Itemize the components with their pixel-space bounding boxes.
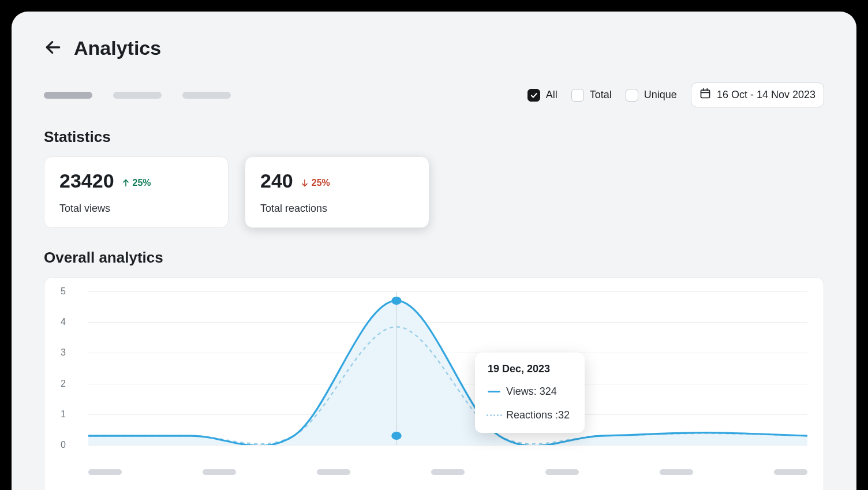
x-tick-skeleton	[774, 469, 807, 475]
stat-card-views[interactable]: 23420 25% Total views	[44, 156, 229, 228]
chart-svg	[88, 291, 807, 445]
checkbox-label: All	[546, 89, 558, 101]
page-header: Analytics	[44, 37, 824, 59]
tooltip-date: 19 Dec, 2023	[488, 363, 572, 375]
stat-delta-up: 25%	[121, 178, 151, 188]
date-range-picker[interactable]: 16 Oct - 14 Nov 2023	[691, 83, 824, 107]
checkbox-unique[interactable]: Unique	[626, 89, 677, 102]
stat-value: 23420	[59, 170, 114, 192]
checkbox-label: Total	[590, 89, 612, 101]
tab-skeleton[interactable]	[113, 92, 162, 99]
y-tick: 3	[61, 347, 66, 358]
stat-delta-down: 25%	[300, 178, 330, 188]
overall-title: Overall analytics	[44, 249, 824, 267]
tooltip-value: Views: 324	[506, 384, 557, 399]
tab-skeleton[interactable]	[182, 92, 231, 99]
x-tick-skeleton	[203, 469, 236, 475]
chart-tooltip: 19 Dec, 2023 Views: 324 Reactions :32	[475, 353, 585, 433]
page-frame: Analytics All Total	[12, 12, 856, 490]
tooltip-swatch-dotted-icon	[488, 414, 500, 416]
stat-label: Total reactions	[260, 203, 414, 215]
chart-plot[interactable]: 012345 19 Dec, 2023 Views: 324 Reactions…	[61, 291, 807, 465]
x-tick-skeleton	[88, 469, 122, 475]
page-title: Analytics	[74, 37, 161, 59]
y-tick: 1	[61, 409, 66, 420]
x-tick-skeleton	[431, 469, 465, 475]
chart-x-ticks	[88, 469, 807, 475]
tabs-skeleton	[44, 92, 231, 99]
x-tick-skeleton	[660, 469, 693, 475]
chart-y-ticks: 012345	[61, 291, 77, 445]
y-tick: 4	[61, 317, 66, 327]
svg-rect-1	[701, 90, 709, 98]
arrow-up-icon	[121, 178, 130, 188]
tooltip-swatch-solid-icon	[488, 391, 500, 392]
checkbox-box	[571, 89, 584, 102]
stat-value: 240	[260, 170, 293, 192]
date-range-label: 16 Oct - 14 Nov 2023	[717, 89, 815, 101]
filter-controls: All Total Unique 16 Oct - 14 Nov 2023	[527, 83, 824, 107]
overall-chart-card: 012345 19 Dec, 2023 Views: 324 Reactions…	[44, 277, 824, 490]
stat-label: Total views	[59, 203, 213, 215]
checkbox-box	[626, 89, 638, 102]
stat-delta-value: 25%	[312, 178, 330, 188]
stat-card-reactions[interactable]: 240 25% Total reactions	[245, 156, 429, 228]
tooltip-row-views: Views: 324	[488, 384, 572, 399]
checkbox-box	[527, 89, 540, 102]
statistics-title: Statistics	[44, 128, 824, 146]
svg-point-9	[391, 432, 401, 440]
tooltip-value: Reactions :32	[506, 408, 570, 422]
y-tick: 0	[61, 440, 66, 450]
checkbox-all[interactable]: All	[527, 89, 558, 102]
filter-bar: All Total Unique 16 Oct - 14 Nov 2023	[44, 83, 824, 107]
svg-point-8	[391, 297, 401, 305]
arrow-down-icon	[300, 178, 309, 188]
tooltip-row-reactions: Reactions :32	[488, 408, 572, 422]
stat-delta-value: 25%	[133, 178, 151, 188]
x-tick-skeleton	[545, 469, 579, 475]
tab-skeleton-active[interactable]	[44, 92, 92, 99]
stats-row: 23420 25% Total views 240 25% Total reac…	[44, 156, 824, 228]
back-arrow-icon[interactable]	[44, 38, 62, 59]
checkbox-label: Unique	[644, 89, 677, 101]
calendar-icon	[699, 88, 711, 102]
y-tick: 2	[61, 379, 66, 389]
x-tick-skeleton	[317, 469, 350, 475]
y-tick: 5	[61, 286, 66, 297]
checkbox-total[interactable]: Total	[571, 89, 612, 102]
